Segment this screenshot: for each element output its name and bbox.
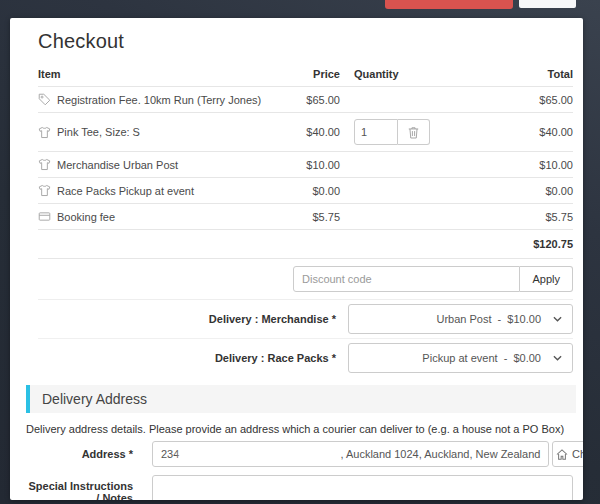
table-row: Pink Tee, Size: S $40.00 $40.00 xyxy=(38,112,573,151)
table-row: Booking fee $5.75 $5.75 xyxy=(38,203,573,229)
tshirt-icon xyxy=(38,158,51,171)
table-row: Merchandise Urban Post $10.00 $10.00 xyxy=(38,151,573,177)
chevron-down-icon xyxy=(553,355,562,361)
address-value-suffix: , Auckland 1024, Auckland, New Zealand xyxy=(340,448,540,460)
checkout-panel: Checkout Item Price Quantity Total Regis… xyxy=(10,18,583,500)
trash-icon xyxy=(408,126,419,139)
item-name: Booking fee xyxy=(57,211,115,223)
column-header-price: Price xyxy=(270,68,340,80)
address-redacted-blur xyxy=(182,447,340,461)
items-table: Item Price Quantity Total Registration F… xyxy=(38,63,573,259)
delivery-address-description: Delivery address details. Please provide… xyxy=(26,423,573,435)
page-title: Checkout xyxy=(38,30,573,53)
delivery-merchandise-value: Urban Post - $10.00 xyxy=(436,313,541,325)
address-row: Address * 234 , Auckland 1024, Auckland,… xyxy=(26,441,573,467)
chevron-down-icon xyxy=(553,316,562,322)
table-row: Race Packs Pickup at event $0.00 $0.00 xyxy=(38,177,573,203)
section-title: Delivery Address xyxy=(42,391,147,407)
item-price: $40.00 xyxy=(270,126,340,138)
change-address-button[interactable]: Change xyxy=(552,441,583,467)
page-background: Checkout Item Price Quantity Total Regis… xyxy=(0,0,600,504)
item-price: $0.00 xyxy=(270,185,340,197)
item-total: $0.00 xyxy=(468,185,573,197)
tshirt-icon xyxy=(38,184,51,197)
item-name: Registration Fee. 10km Run (Terry Jones) xyxy=(57,94,261,106)
address-field[interactable]: 234 , Auckland 1024, Auckland, New Zeala… xyxy=(152,441,549,467)
item-price: $10.00 xyxy=(270,159,340,171)
delivery-merchandise-select[interactable]: Urban Post - $10.00 xyxy=(348,304,573,334)
table-header-row: Item Price Quantity Total xyxy=(38,63,573,86)
delivery-merchandise-row: Delivery : Merchandise * Urban Post - $1… xyxy=(38,300,573,339)
column-header-quantity: Quantity xyxy=(340,68,468,80)
item-total: $65.00 xyxy=(468,94,573,106)
address-label: Address * xyxy=(26,448,133,460)
column-header-item: Item xyxy=(38,68,270,80)
table-row: Registration Fee. 10km Run (Terry Jones)… xyxy=(38,86,573,112)
item-price: $5.75 xyxy=(270,211,340,223)
delivery-address-section-header: Delivery Address xyxy=(26,385,576,413)
item-total: $40.00 xyxy=(468,126,573,138)
item-total: $5.75 xyxy=(468,211,573,223)
apply-discount-button[interactable]: Apply xyxy=(520,266,573,292)
remove-item-button[interactable] xyxy=(398,119,430,145)
top-dropdown-button-cutoff[interactable] xyxy=(519,0,576,8)
grand-total-value: $120.75 xyxy=(533,238,573,250)
special-instructions-textarea[interactable] xyxy=(152,475,573,500)
address-value-prefix: 234 xyxy=(161,448,182,460)
delivery-racepacks-value: Pickup at event - $0.00 xyxy=(422,352,541,364)
column-header-total: Total xyxy=(468,68,573,80)
quantity-input[interactable] xyxy=(354,119,398,145)
tshirt-icon xyxy=(38,126,51,139)
tag-icon xyxy=(38,93,51,106)
delivery-racepacks-row: Delivery : Race Packs * Pickup at event … xyxy=(38,339,573,377)
home-icon xyxy=(556,449,568,460)
delivery-merchandise-label: Delivery : Merchandise * xyxy=(209,313,336,325)
delivery-racepacks-select[interactable]: Pickup at event - $0.00 xyxy=(348,343,573,373)
notes-label: Special Instructions / Notes xyxy=(26,475,133,500)
delivery-racepacks-label: Delivery : Race Packs * xyxy=(215,352,336,364)
notes-row: Special Instructions / Notes xyxy=(26,475,573,500)
item-price: $65.00 xyxy=(270,94,340,106)
top-red-button-cutoff[interactable] xyxy=(385,0,513,9)
discount-section: Apply xyxy=(38,259,573,300)
grand-total-row: $120.75 xyxy=(38,229,573,259)
item-name: Race Packs Pickup at event xyxy=(57,185,194,197)
change-button-label: Change xyxy=(572,448,583,460)
credit-card-icon xyxy=(38,210,51,223)
item-name: Pink Tee, Size: S xyxy=(57,126,140,138)
item-name: Merchandise Urban Post xyxy=(57,159,178,171)
discount-code-input[interactable] xyxy=(293,266,520,292)
item-total: $10.00 xyxy=(468,159,573,171)
